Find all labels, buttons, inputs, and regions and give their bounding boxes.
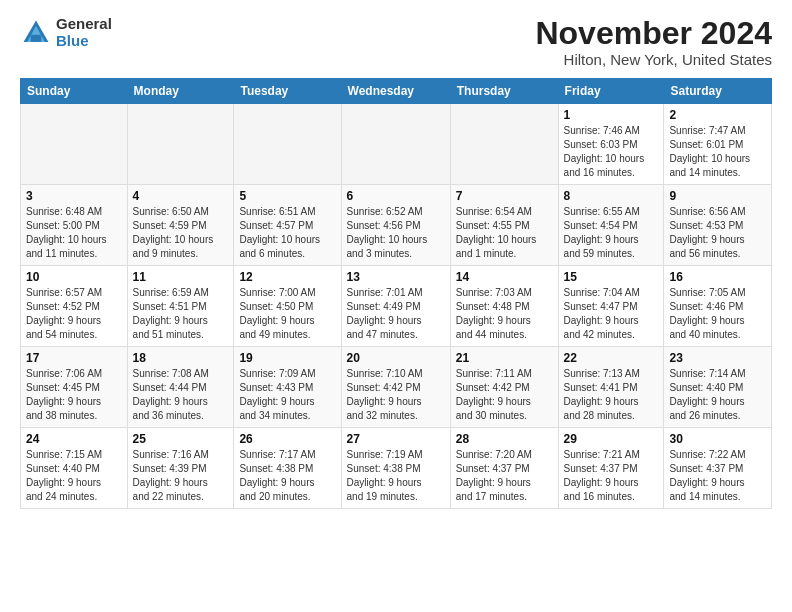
col-saturday: Saturday xyxy=(664,79,772,104)
day-number: 29 xyxy=(564,432,659,446)
calendar-cell: 30Sunrise: 7:22 AM Sunset: 4:37 PM Dayli… xyxy=(664,428,772,509)
calendar-cell: 16Sunrise: 7:05 AM Sunset: 4:46 PM Dayli… xyxy=(664,266,772,347)
calendar-cell: 14Sunrise: 7:03 AM Sunset: 4:48 PM Dayli… xyxy=(450,266,558,347)
calendar-week-row-2: 3Sunrise: 6:48 AM Sunset: 5:00 PM Daylig… xyxy=(21,185,772,266)
calendar-week-row-3: 10Sunrise: 6:57 AM Sunset: 4:52 PM Dayli… xyxy=(21,266,772,347)
col-friday: Friday xyxy=(558,79,664,104)
calendar-cell: 13Sunrise: 7:01 AM Sunset: 4:49 PM Dayli… xyxy=(341,266,450,347)
day-info: Sunrise: 6:52 AM Sunset: 4:56 PM Dayligh… xyxy=(347,205,445,261)
calendar-cell: 6Sunrise: 6:52 AM Sunset: 4:56 PM Daylig… xyxy=(341,185,450,266)
day-info: Sunrise: 7:03 AM Sunset: 4:48 PM Dayligh… xyxy=(456,286,553,342)
calendar-cell: 10Sunrise: 6:57 AM Sunset: 4:52 PM Dayli… xyxy=(21,266,128,347)
logo-general-label: General xyxy=(56,16,112,33)
calendar-cell: 19Sunrise: 7:09 AM Sunset: 4:43 PM Dayli… xyxy=(234,347,341,428)
day-info: Sunrise: 7:08 AM Sunset: 4:44 PM Dayligh… xyxy=(133,367,229,423)
day-info: Sunrise: 7:00 AM Sunset: 4:50 PM Dayligh… xyxy=(239,286,335,342)
calendar-cell: 8Sunrise: 6:55 AM Sunset: 4:54 PM Daylig… xyxy=(558,185,664,266)
calendar-cell xyxy=(234,104,341,185)
day-info: Sunrise: 7:20 AM Sunset: 4:37 PM Dayligh… xyxy=(456,448,553,504)
calendar-week-row-4: 17Sunrise: 7:06 AM Sunset: 4:45 PM Dayli… xyxy=(21,347,772,428)
calendar-cell: 1Sunrise: 7:46 AM Sunset: 6:03 PM Daylig… xyxy=(558,104,664,185)
day-number: 22 xyxy=(564,351,659,365)
calendar-cell: 29Sunrise: 7:21 AM Sunset: 4:37 PM Dayli… xyxy=(558,428,664,509)
calendar-cell: 21Sunrise: 7:11 AM Sunset: 4:42 PM Dayli… xyxy=(450,347,558,428)
day-number: 14 xyxy=(456,270,553,284)
day-number: 21 xyxy=(456,351,553,365)
day-number: 6 xyxy=(347,189,445,203)
day-number: 30 xyxy=(669,432,766,446)
calendar-cell: 28Sunrise: 7:20 AM Sunset: 4:37 PM Dayli… xyxy=(450,428,558,509)
calendar-cell: 22Sunrise: 7:13 AM Sunset: 4:41 PM Dayli… xyxy=(558,347,664,428)
day-info: Sunrise: 7:01 AM Sunset: 4:49 PM Dayligh… xyxy=(347,286,445,342)
day-number: 10 xyxy=(26,270,122,284)
calendar-cell: 7Sunrise: 6:54 AM Sunset: 4:55 PM Daylig… xyxy=(450,185,558,266)
day-number: 13 xyxy=(347,270,445,284)
day-info: Sunrise: 7:21 AM Sunset: 4:37 PM Dayligh… xyxy=(564,448,659,504)
calendar-cell: 3Sunrise: 6:48 AM Sunset: 5:00 PM Daylig… xyxy=(21,185,128,266)
day-number: 8 xyxy=(564,189,659,203)
day-info: Sunrise: 7:19 AM Sunset: 4:38 PM Dayligh… xyxy=(347,448,445,504)
day-number: 23 xyxy=(669,351,766,365)
day-number: 15 xyxy=(564,270,659,284)
logo: General Blue xyxy=(20,16,112,49)
day-info: Sunrise: 6:55 AM Sunset: 4:54 PM Dayligh… xyxy=(564,205,659,261)
calendar-cell: 27Sunrise: 7:19 AM Sunset: 4:38 PM Dayli… xyxy=(341,428,450,509)
logo-blue-label: Blue xyxy=(56,33,112,50)
calendar-cell: 5Sunrise: 6:51 AM Sunset: 4:57 PM Daylig… xyxy=(234,185,341,266)
day-number: 18 xyxy=(133,351,229,365)
calendar-cell: 11Sunrise: 6:59 AM Sunset: 4:51 PM Dayli… xyxy=(127,266,234,347)
day-number: 5 xyxy=(239,189,335,203)
day-number: 28 xyxy=(456,432,553,446)
day-info: Sunrise: 6:50 AM Sunset: 4:59 PM Dayligh… xyxy=(133,205,229,261)
calendar-header-row: Sunday Monday Tuesday Wednesday Thursday… xyxy=(21,79,772,104)
calendar-cell xyxy=(21,104,128,185)
calendar-week-row-1: 1Sunrise: 7:46 AM Sunset: 6:03 PM Daylig… xyxy=(21,104,772,185)
day-info: Sunrise: 6:59 AM Sunset: 4:51 PM Dayligh… xyxy=(133,286,229,342)
calendar-cell: 4Sunrise: 6:50 AM Sunset: 4:59 PM Daylig… xyxy=(127,185,234,266)
day-info: Sunrise: 7:11 AM Sunset: 4:42 PM Dayligh… xyxy=(456,367,553,423)
day-info: Sunrise: 7:47 AM Sunset: 6:01 PM Dayligh… xyxy=(669,124,766,180)
day-number: 9 xyxy=(669,189,766,203)
calendar-cell: 25Sunrise: 7:16 AM Sunset: 4:39 PM Dayli… xyxy=(127,428,234,509)
day-info: Sunrise: 7:17 AM Sunset: 4:38 PM Dayligh… xyxy=(239,448,335,504)
header: General Blue November 2024 Hilton, New Y… xyxy=(20,16,772,68)
day-number: 20 xyxy=(347,351,445,365)
logo-text: General Blue xyxy=(56,16,112,49)
day-info: Sunrise: 7:05 AM Sunset: 4:46 PM Dayligh… xyxy=(669,286,766,342)
calendar-cell: 9Sunrise: 6:56 AM Sunset: 4:53 PM Daylig… xyxy=(664,185,772,266)
day-info: Sunrise: 6:57 AM Sunset: 4:52 PM Dayligh… xyxy=(26,286,122,342)
col-wednesday: Wednesday xyxy=(341,79,450,104)
calendar-cell: 24Sunrise: 7:15 AM Sunset: 4:40 PM Dayli… xyxy=(21,428,128,509)
calendar-cell: 12Sunrise: 7:00 AM Sunset: 4:50 PM Dayli… xyxy=(234,266,341,347)
calendar-cell: 15Sunrise: 7:04 AM Sunset: 4:47 PM Dayli… xyxy=(558,266,664,347)
day-info: Sunrise: 7:16 AM Sunset: 4:39 PM Dayligh… xyxy=(133,448,229,504)
day-number: 17 xyxy=(26,351,122,365)
main-title: November 2024 xyxy=(535,16,772,51)
day-info: Sunrise: 7:10 AM Sunset: 4:42 PM Dayligh… xyxy=(347,367,445,423)
col-monday: Monday xyxy=(127,79,234,104)
calendar-cell: 26Sunrise: 7:17 AM Sunset: 4:38 PM Dayli… xyxy=(234,428,341,509)
day-number: 1 xyxy=(564,108,659,122)
day-number: 12 xyxy=(239,270,335,284)
day-info: Sunrise: 7:13 AM Sunset: 4:41 PM Dayligh… xyxy=(564,367,659,423)
day-number: 3 xyxy=(26,189,122,203)
svg-rect-2 xyxy=(31,34,42,41)
day-info: Sunrise: 7:06 AM Sunset: 4:45 PM Dayligh… xyxy=(26,367,122,423)
day-info: Sunrise: 6:48 AM Sunset: 5:00 PM Dayligh… xyxy=(26,205,122,261)
day-number: 19 xyxy=(239,351,335,365)
day-number: 25 xyxy=(133,432,229,446)
day-number: 26 xyxy=(239,432,335,446)
col-thursday: Thursday xyxy=(450,79,558,104)
day-info: Sunrise: 6:51 AM Sunset: 4:57 PM Dayligh… xyxy=(239,205,335,261)
day-info: Sunrise: 6:56 AM Sunset: 4:53 PM Dayligh… xyxy=(669,205,766,261)
calendar-cell: 20Sunrise: 7:10 AM Sunset: 4:42 PM Dayli… xyxy=(341,347,450,428)
calendar-cell xyxy=(127,104,234,185)
day-info: Sunrise: 7:22 AM Sunset: 4:37 PM Dayligh… xyxy=(669,448,766,504)
day-number: 24 xyxy=(26,432,122,446)
calendar-cell: 17Sunrise: 7:06 AM Sunset: 4:45 PM Dayli… xyxy=(21,347,128,428)
subtitle: Hilton, New York, United States xyxy=(535,51,772,68)
col-tuesday: Tuesday xyxy=(234,79,341,104)
calendar-cell: 2Sunrise: 7:47 AM Sunset: 6:01 PM Daylig… xyxy=(664,104,772,185)
day-info: Sunrise: 7:09 AM Sunset: 4:43 PM Dayligh… xyxy=(239,367,335,423)
calendar-week-row-5: 24Sunrise: 7:15 AM Sunset: 4:40 PM Dayli… xyxy=(21,428,772,509)
